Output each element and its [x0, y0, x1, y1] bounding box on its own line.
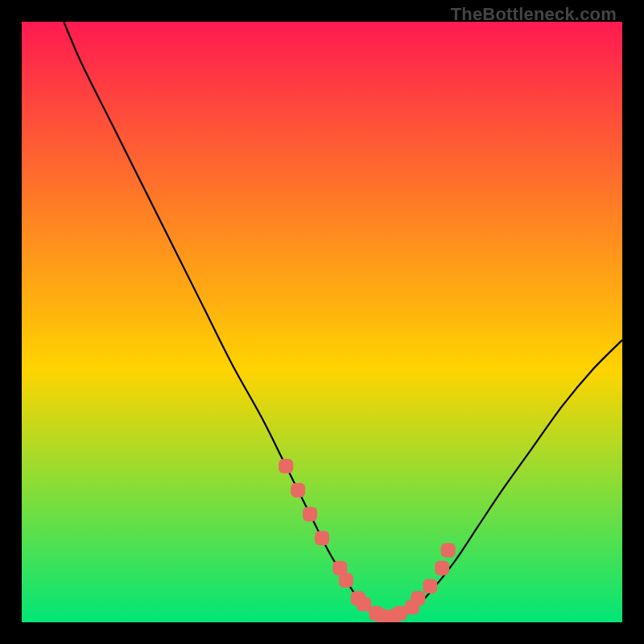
plot-area	[22, 22, 622, 622]
marker-point	[441, 543, 456, 557]
chart-frame: TheBottleneck.com	[0, 0, 644, 644]
marker-point	[435, 561, 449, 576]
marker-point	[303, 507, 317, 522]
marker-point	[411, 591, 425, 605]
marker-point	[279, 459, 293, 473]
marker-point	[315, 531, 329, 546]
marker-point	[423, 579, 437, 593]
marker-point	[339, 573, 353, 588]
marker-point	[291, 483, 305, 497]
chart-svg	[22, 22, 622, 622]
watermark-text: TheBottleneck.com	[451, 4, 617, 25]
